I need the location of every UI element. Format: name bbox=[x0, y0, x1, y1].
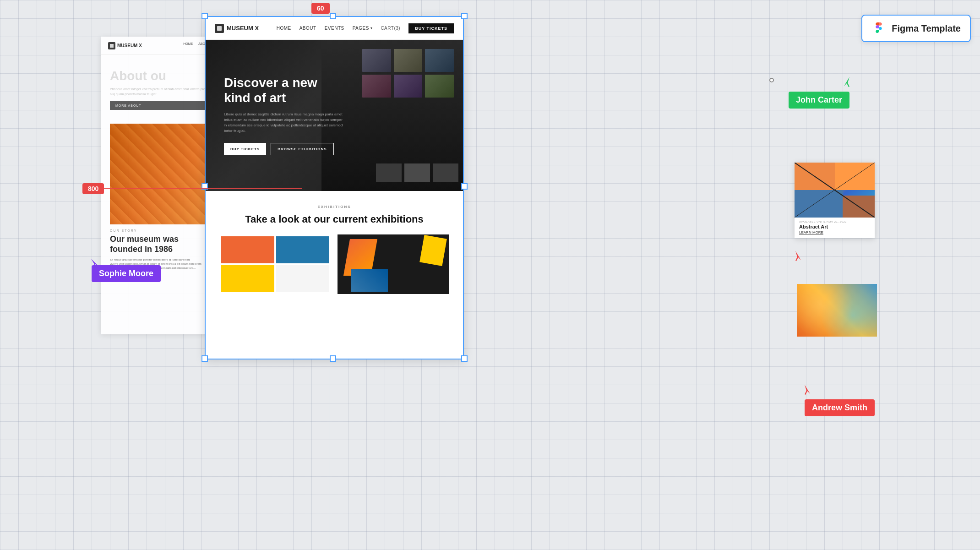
figma-template-badge: Figma Template bbox=[861, 15, 971, 42]
art-lines bbox=[795, 163, 875, 218]
figma-badge-text: Figma Template bbox=[892, 23, 961, 34]
hero-title: Discover a new kind of art bbox=[224, 76, 343, 105]
selection-handle-tr[interactable] bbox=[461, 13, 468, 19]
art-availability: AVAILABLE UNTIL NOV 21, 2022 bbox=[799, 220, 870, 223]
art-thumb-info: AVAILABLE UNTIL NOV 21, 2022 Abstract Ar… bbox=[795, 218, 875, 237]
measurement-line-horizontal bbox=[101, 188, 302, 189]
andrew-cursor-near-art bbox=[795, 251, 805, 264]
andrew-smith-badge: Andrew Smith bbox=[805, 385, 875, 416]
art-thumbnail-right: AVAILABLE UNTIL NOV 21, 2022 Abstract Ar… bbox=[795, 163, 875, 238]
selection-handle-tm[interactable] bbox=[330, 13, 336, 19]
selection-handle-mr[interactable] bbox=[461, 183, 468, 190]
art-title: Abstract Art bbox=[799, 224, 870, 229]
measurement-60: 60 bbox=[311, 3, 330, 14]
hero-content: Discover a new kind of art Libero quis u… bbox=[224, 76, 343, 155]
andrew-cursor-icon bbox=[805, 385, 875, 398]
section-title: Take a look at our current exhibitions bbox=[219, 213, 449, 225]
hero-browse-btn[interactable]: BROWSE EXHIBITIONS bbox=[271, 143, 333, 155]
bg-logo: MUSEUM X bbox=[108, 42, 142, 49]
site-nav: MUSEUM X HOME ABOUT EVENTS PAGES ▾ CART(… bbox=[206, 17, 463, 40]
selection-handle-tl[interactable] bbox=[201, 13, 208, 19]
hero-buttons: BUY TICKETS BROWSE EXHIBITIONS bbox=[224, 143, 343, 155]
john-badge-label: John Carter bbox=[789, 92, 849, 109]
art-thumb-image bbox=[795, 163, 875, 218]
frame-selection-dot bbox=[769, 78, 774, 82]
section-label: EXHIBITIONS bbox=[219, 205, 449, 209]
john-carter-badge: John Carter bbox=[789, 77, 849, 109]
nav-buy-btn[interactable]: BUY TICKETS bbox=[408, 23, 454, 33]
figma-icon bbox=[871, 21, 886, 36]
exhibit-grid bbox=[219, 234, 449, 294]
hero-description: Libero quis ut donec sagittis dictum rut… bbox=[224, 112, 343, 134]
site-logo: MUSEUM X bbox=[215, 24, 259, 33]
sophie-moore-badge: Sophie Moore bbox=[92, 250, 161, 282]
hero-buy-btn[interactable]: BUY TICKETS bbox=[224, 143, 266, 155]
art-learn-more[interactable]: LEARN MORE bbox=[799, 230, 870, 234]
exhibit-img-1 bbox=[219, 234, 331, 294]
selection-handle-br[interactable] bbox=[461, 355, 468, 362]
exhibitions-section: EXHIBITIONS Take a look at our current e… bbox=[206, 191, 463, 303]
exhibit-img-2 bbox=[338, 234, 449, 294]
gallery-wall bbox=[362, 49, 454, 98]
abstract-art bbox=[338, 234, 449, 294]
exhibit-card-2 bbox=[338, 234, 449, 294]
measurement-800: 800 bbox=[82, 183, 104, 194]
nav-links: HOME ABOUT EVENTS PAGES ▾ CART(3) BUY TI… bbox=[277, 23, 454, 33]
selection-handle-bm[interactable] bbox=[330, 355, 336, 362]
exhibit-card-1 bbox=[219, 234, 331, 294]
selection-handle-bl[interactable] bbox=[201, 355, 208, 362]
andrew-badge-label: Andrew Smith bbox=[805, 399, 875, 416]
mondrian-art bbox=[219, 234, 331, 294]
hero-section: Discover a new kind of art Libero quis u… bbox=[206, 40, 463, 191]
john-cursor-icon bbox=[789, 77, 849, 90]
art-thumbnail-bottom bbox=[797, 284, 877, 337]
